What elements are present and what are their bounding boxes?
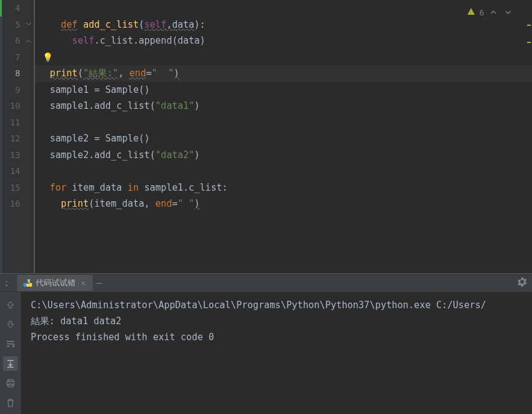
panel-handle[interactable]: : [4,277,9,289]
code-line-16[interactable]: print(item_data, end=" ") [50,196,532,212]
line-number[interactable]: 8 [0,65,34,82]
line-number[interactable]: 7 [0,49,34,66]
run-toolbar: : 代码试试错 × — [0,274,532,292]
line-number[interactable]: 16 [0,196,34,212]
run-tab-title: 代码试试错 [36,277,76,289]
code-line-10[interactable]: sample1.add_c_list("data1") [50,98,532,114]
line-num[interactable]: 14 [0,163,34,180]
code-line-4[interactable] [50,0,532,17]
code-line-12[interactable]: sample2 = Sample() [50,130,532,147]
string-literal: "結果:" [83,68,118,79]
code-line-6[interactable]: self.c_list.append(data) [50,33,532,49]
arrow-up-icon[interactable] [3,297,18,312]
code-line-11[interactable] [50,114,532,131]
code-line-15[interactable]: for item_data in sample1.c_list: [50,180,532,196]
soft-wrap-icon[interactable] [3,336,18,351]
fold-toggle-icon[interactable] [25,22,31,28]
code-line-5[interactable]: def add_c_list(self,data): [50,17,532,33]
line-number[interactable]: 13 [0,147,34,164]
vcs-change-marker [0,0,2,17]
warning-count: 6 [479,8,484,17]
line-number[interactable]: 12 [0,130,34,147]
output-line: 結果: data1 data2 [31,316,121,327]
self-ref: self [72,35,94,46]
line-number[interactable]: 11 [0,114,34,131]
run-tool-window: : 代码试试错 × — [0,273,532,414]
code-line-8[interactable]: print("結果:", end=" ") [35,65,532,82]
minimize-icon[interactable]: — [93,277,104,289]
warning-marker[interactable] [527,25,531,26]
string-literal: "data1" [156,100,194,111]
chevron-down-icon[interactable] [502,8,514,17]
code-editor-area: 4 5 6 7 8 9 10 11 12 13 14 15 16 def add… [0,0,532,273]
print-call: print [61,198,89,209]
keyword-in: in [127,182,138,193]
console-output[interactable]: C:\Users\Administrator\AppData\Local\Pro… [21,292,532,414]
inspection-summary[interactable]: 6 [467,7,514,18]
code-content[interactable]: def add_c_list(self,data): self.c_list.a… [34,0,532,273]
error-stripe[interactable] [526,0,532,273]
kwarg-end: end [129,68,146,79]
trash-icon[interactable] [3,396,18,410]
line-number[interactable]: 15 [0,180,34,196]
code-line-9[interactable]: sample1 = Sample() [50,82,532,98]
string-literal: "data2" [156,149,194,161]
lightbulb-icon[interactable]: 💡 [42,49,53,66]
run-body: C:\Users\Administrator\AppData\Local\Pro… [0,292,532,414]
line-number[interactable]: 9 [0,82,34,98]
gear-icon[interactable] [517,277,527,289]
close-icon[interactable]: × [79,278,87,288]
function-name: add_c_list [83,19,138,30]
line-number[interactable]: 10 [0,98,34,114]
print-call: print [50,68,77,79]
chevron-up-icon[interactable] [488,8,499,17]
warning-marker[interactable] [527,42,531,43]
line-number[interactable]: 5 [0,17,34,33]
self-param: self [145,19,167,30]
line-number[interactable]: 6 [0,33,34,49]
python-icon [23,279,32,287]
code-line-14[interactable] [50,163,532,180]
keyword-for: for [50,182,66,193]
scroll-to-end-icon[interactable] [3,356,18,371]
run-sidebar [0,292,21,414]
warning-triangle-icon [467,7,475,18]
fold-end-icon[interactable] [25,38,31,44]
line-number[interactable]: 4 [0,0,34,17]
keyword-def: def [61,19,77,30]
print-icon[interactable] [3,376,18,391]
run-tab[interactable]: 代码试试错 × [17,275,93,291]
code-line-7[interactable]: 💡 [50,49,532,66]
code-line-13[interactable]: sample2.add_c_list("data2") [50,147,532,164]
gutter: 4 5 6 7 8 9 10 11 12 13 14 15 16 [0,0,34,273]
output-line: Process finished with exit code 0 [31,332,214,343]
output-line: C:\Users\Administrator\AppData\Local\Pro… [31,300,486,311]
arrow-down-icon[interactable] [3,317,18,332]
